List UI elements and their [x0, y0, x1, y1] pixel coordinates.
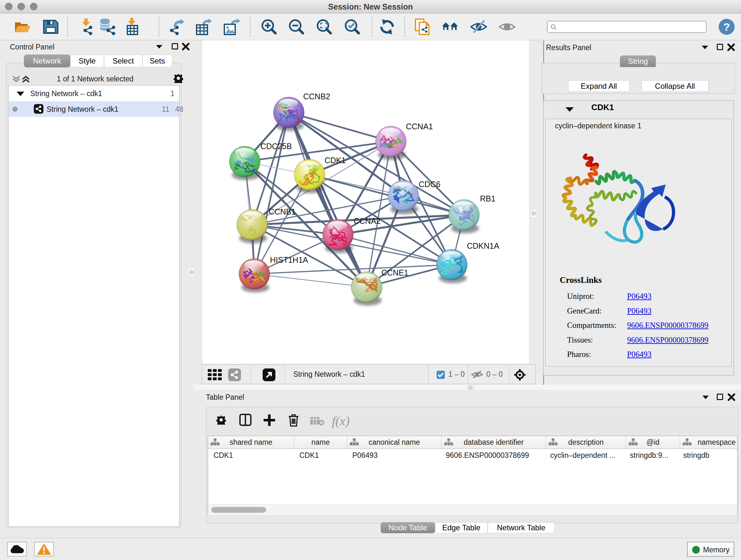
svg-text:CCNB2: CCNB2: [303, 92, 330, 101]
svg-text:HIST1H1A: HIST1H1A: [270, 255, 308, 264]
svg-text:CCNA1: CCNA1: [406, 122, 433, 131]
svg-text:CCNA2: CCNA2: [354, 216, 381, 226]
svg-text:CDC25B: CDC25B: [260, 142, 292, 151]
svg-text:CDC6: CDC6: [419, 180, 441, 189]
svg-text:RB1: RB1: [480, 194, 495, 203]
svg-text:CCNB1: CCNB1: [269, 207, 296, 216]
svg-text:CDK1: CDK1: [325, 156, 346, 165]
svg-text:CCNE1: CCNE1: [381, 268, 408, 277]
svg-text:CDKN1A: CDKN1A: [467, 241, 499, 250]
